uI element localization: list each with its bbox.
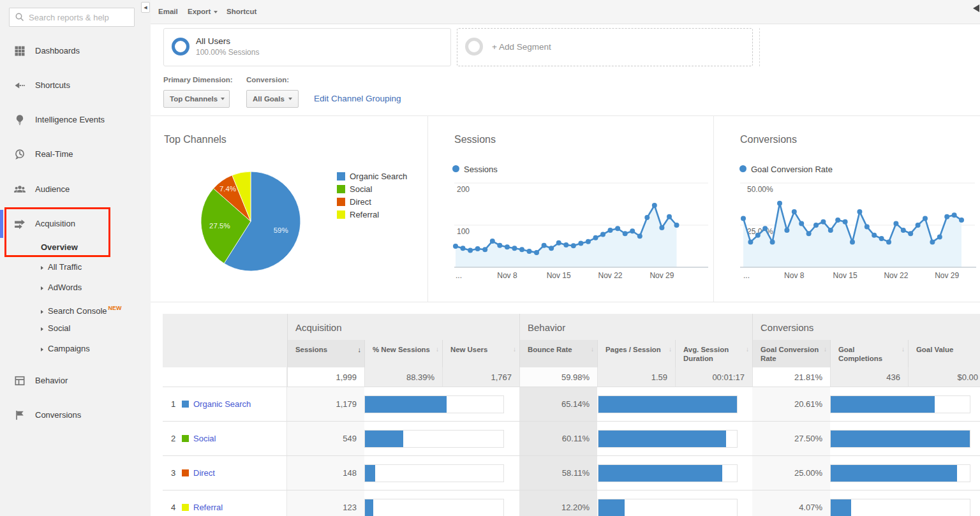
sidebar-collapse-button[interactable]: ◀ [141,2,150,13]
sidebar-item-audience[interactable]: Audience [0,181,151,198]
group-header-conversions: Conversions [752,314,980,340]
acquisition-icon [13,217,26,230]
expand-arrow-icon [41,266,43,270]
shortcuts-icon [13,79,26,92]
table-row-organic-search: 1Organic Search1,17965.14%20.61% [163,387,980,422]
edit-channel-grouping-link[interactable]: Edit Channel Grouping [314,94,401,103]
segment-donut-icon [172,38,189,55]
row-index: 3 [171,468,182,478]
channel-link[interactable]: Referral [193,503,223,512]
totals-cell: 00:01:17 [675,367,752,387]
metric-bar [364,464,504,482]
sidebar-item-shortcuts[interactable]: Shortcuts [0,77,151,94]
column-header-new-users[interactable]: New Users↓ [442,340,519,367]
segment-slot-edge [759,28,763,66]
row-index: 2 [171,434,182,443]
column-header-pages-session[interactable]: Pages / Session↓ [597,340,675,367]
svg-text:Nov 22: Nov 22 [884,271,908,280]
export-button[interactable]: Export [188,0,218,24]
column-header-goal-conversion-rate[interactable]: Goal Conversion Rate↓ [752,340,830,367]
metric-bar [830,499,970,516]
add-segment-label: + Add Segment [492,42,551,52]
conversion-label: Conversion: [246,76,289,84]
sidebar-item-label: Behavior [35,372,68,389]
metric-cell: 1,179 [287,387,364,421]
sidebar-item-overview[interactable]: Overview [41,239,78,256]
table-row-direct: 3Direct14858.11%25.00% [163,456,980,490]
audience-icon [13,183,26,196]
dashboards-icon [13,45,26,57]
shortcut-button[interactable]: Shortcut [226,0,256,24]
svg-text:...: ... [743,271,750,280]
sort-arrow-icon: ↓ [358,345,362,354]
metric-cell: 4.07% [752,490,830,516]
primary-dimension-label: Primary Dimension: [163,76,233,84]
sidebar-item-acquisition[interactable]: Acquisition [0,216,151,232]
sidebar-item-label: Acquisition [35,216,75,232]
column-header-goal-value[interactable]: Goal Value↓ [908,340,980,367]
caret-down-icon [288,98,292,100]
group-header-acquisition: Acquisition [287,314,519,340]
column-header-goal-completions[interactable]: Goal Completions↓ [830,340,908,367]
metric-bar [830,464,970,482]
sidebar-item-label: Dashboards [35,43,80,59]
intelligence-icon [13,114,26,126]
channels-table: AcquisitionBehaviorConversionsSessions↓%… [163,314,980,516]
realtime-icon [13,148,26,161]
expand-arrow-icon [41,310,43,314]
sidebar-item-behavior[interactable]: Behavior [0,372,151,389]
svg-text:Nov 8: Nov 8 [497,271,517,280]
channel-link[interactable]: Social [193,434,216,443]
sidebar: DashboardsShortcutsIntelligence EventsRe… [0,0,151,516]
email-button[interactable]: Email [158,0,178,24]
collapse-right-arrow-icon[interactable] [973,4,979,12]
column-header--new-sessions[interactable]: % New Sessions↓ [364,340,442,367]
svg-text:Nov 15: Nov 15 [833,271,858,280]
sidebar-item-campaigns[interactable]: Campaigns [41,341,90,357]
active-item-indicator [0,210,3,238]
group-header-behavior: Behavior [519,314,752,340]
search-icon [15,12,25,22]
sidebar-item-conversions[interactable]: Conversions [0,407,151,424]
sidebar-item-all-traffic[interactable]: All Traffic [41,259,82,276]
channel-color-swatch [182,435,189,442]
totals-cell: 1,999 [287,367,364,387]
caret-down-icon [221,98,225,100]
expand-arrow-icon [41,286,43,290]
channel-link[interactable]: Organic Search [193,399,251,409]
column-header-avg-session-duration[interactable]: Avg. Session Duration↓ [675,340,752,367]
metric-cell: 123 [287,490,364,516]
sidebar-item-dashboards[interactable]: Dashboards [0,43,151,59]
channel-link[interactable]: Direct [193,468,215,478]
totals-cell: 1,767 [442,367,519,387]
svg-text:200: 200 [457,185,470,194]
report-toolbar: Email Export Shortcut [151,0,980,24]
line-charts: 200100...Nov 8Nov 15Nov 22Nov 2950.00%25… [151,159,980,284]
metric-bar [364,395,504,413]
add-segment-button[interactable]: + Add Segment [457,28,753,66]
sidebar-item-label: Shortcuts [35,77,70,94]
segment-all-users[interactable]: All Users 100.00% Sessions [163,28,451,66]
svg-text:...: ... [456,271,462,280]
sidebar-item-social[interactable]: Social [41,320,70,337]
sort-arrow-icon: ↓ [513,345,516,354]
sidebar-item-intelligence-events[interactable]: Intelligence Events [0,112,151,128]
primary-dimension-dropdown[interactable]: Top Channels [163,90,230,108]
search-box[interactable] [9,8,135,27]
search-input[interactable] [29,13,131,22]
column-header-bounce-rate[interactable]: Bounce Rate↓ [519,340,597,367]
metric-bar [830,395,970,413]
segment-title: All Users [196,36,230,46]
sort-arrow-icon: ↓ [436,345,439,354]
sidebar-item-search-console[interactable]: Search ConsoleNEW [41,300,122,316]
channel-color-swatch [182,469,189,476]
sidebar-item-adwords[interactable]: AdWords [41,279,82,296]
sort-arrow-icon: ↓ [902,345,905,354]
conversion-dropdown[interactable]: All Goals [246,90,299,108]
table-totals-row: 1,99988.39%1,76759.98%1.5900:01:1721.81%… [163,367,980,387]
sidebar-item-real-time[interactable]: Real-Time [0,146,151,163]
totals-cell: 436 [830,367,908,387]
column-header-sessions[interactable]: Sessions↓ [287,340,364,367]
metric-bar [830,430,970,448]
metric-bar [364,499,504,516]
